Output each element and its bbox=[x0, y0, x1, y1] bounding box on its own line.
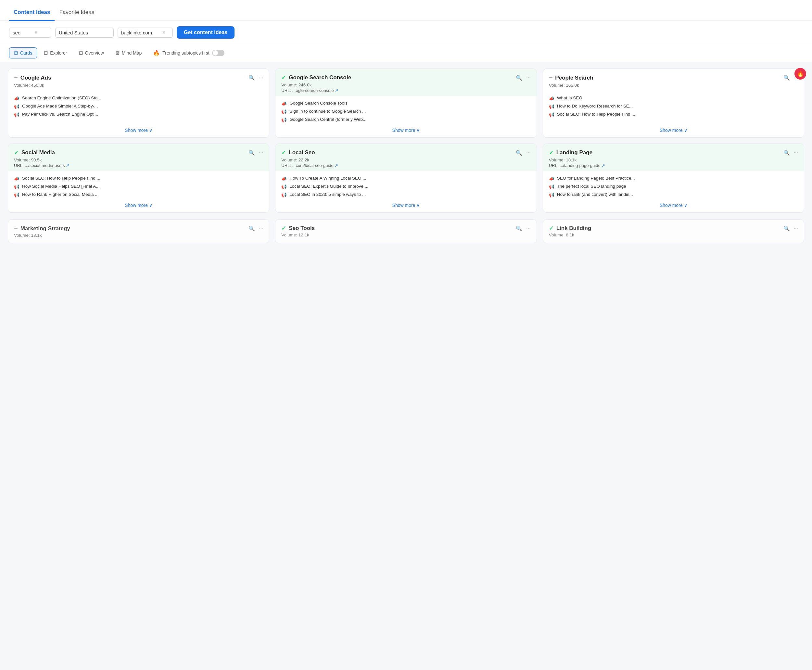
card-item-text: Local SEO: Expert's Guide to Improve ... bbox=[289, 184, 368, 189]
bottom-cards-grid: − Marketing Strategy 🔍 ··· Volume: 18.1k… bbox=[0, 219, 812, 250]
megaphone-blue-icon: 📢 bbox=[549, 104, 555, 109]
card-body-social-media: 📣 Social SEO: How to Help People Find ..… bbox=[8, 171, 269, 200]
tab-content-ideas[interactable]: Content Ideas bbox=[9, 6, 54, 21]
card-item-text: SEO for Landing Pages: Best Practice... bbox=[557, 176, 635, 181]
card-partial-link-building: ✓ Link Building 🔍 ··· Volume: 8.1k bbox=[543, 219, 804, 243]
country-select[interactable]: United States United Kingdom Canada bbox=[59, 30, 110, 36]
country-select-wrap[interactable]: United States United Kingdom Canada bbox=[55, 28, 114, 38]
card-people-search: − People Search 🔍 ··· Volume: 165.0k 📣 W… bbox=[543, 69, 804, 138]
card-body-local-seo: 📣 How To Create A Winning Local SEO ... … bbox=[276, 171, 536, 200]
card-header-row: ✓ Google Search Console 🔍 ··· bbox=[281, 74, 530, 81]
megaphone-blue-icon: 📢 bbox=[281, 184, 287, 189]
list-item: 📣 Search Engine Optimization (SEO) Sta..… bbox=[14, 95, 263, 101]
card-title: Marketing Strategy bbox=[20, 225, 70, 232]
card-more-icon[interactable]: ··· bbox=[259, 226, 263, 232]
card-partial-header-row: ✓ Seo Tools 🔍 ··· bbox=[281, 225, 530, 232]
card-more-icon[interactable]: ··· bbox=[259, 75, 263, 81]
card-title: Seo Tools bbox=[289, 225, 315, 232]
card-title-wrap: − Google Ads bbox=[14, 74, 51, 81]
cards-grid: − Google Ads 🔍 ··· Volume: 450.0k 📣 Sear… bbox=[0, 62, 812, 219]
tab-overview-label: Overview bbox=[85, 50, 104, 56]
card-search-icon[interactable]: 🔍 bbox=[783, 225, 790, 232]
card-search-icon[interactable]: 🔍 bbox=[783, 150, 790, 156]
card-header-google-search-console: ✓ Google Search Console 🔍 ··· Volume: 24… bbox=[276, 69, 536, 96]
card-url-link[interactable]: ↗ bbox=[335, 88, 338, 93]
list-item: 📣 Google Search Console Tools bbox=[281, 101, 530, 106]
show-more-button[interactable]: Show more ∨ bbox=[392, 128, 420, 133]
card-title: Local Seo bbox=[289, 149, 315, 156]
card-footer-local-seo: Show more ∨ bbox=[276, 200, 536, 212]
list-item: 📢 Sign in to continue to Google Search .… bbox=[281, 109, 530, 114]
show-more-button[interactable]: Show more ∨ bbox=[125, 128, 152, 133]
card-landing-page: ✓ Landing Page 🔍 ··· Volume: 18.1k URL: … bbox=[543, 144, 804, 213]
list-item: 📢 How to rank (and convert) with landin.… bbox=[549, 192, 798, 198]
card-header-row: − People Search 🔍 ··· bbox=[549, 74, 798, 81]
list-item: 📣 How To Create A Winning Local SEO ... bbox=[281, 176, 530, 181]
card-search-icon[interactable]: 🔍 bbox=[516, 225, 522, 232]
card-item-text: Google Ads Made Simple: A Step-by-... bbox=[22, 103, 98, 108]
get-ideas-button[interactable]: Get content ideas bbox=[177, 26, 235, 39]
show-more-button[interactable]: Show more ∨ bbox=[660, 128, 687, 133]
card-body-people-search: 📣 What Is SEO 📢 How to Do Keyword Resear… bbox=[543, 91, 804, 124]
megaphone-blue-icon: 📢 bbox=[281, 109, 287, 114]
card-url-link[interactable]: ↗ bbox=[335, 163, 338, 168]
card-social-media: ✓ Social Media 🔍 ··· Volume: 90.5k URL: … bbox=[8, 144, 269, 213]
card-search-icon[interactable]: 🔍 bbox=[249, 150, 255, 156]
card-title-wrap: − People Search bbox=[549, 74, 594, 81]
card-search-icon[interactable]: 🔍 bbox=[783, 75, 790, 81]
card-item-text: The perfect local SEO landing page bbox=[557, 184, 626, 189]
card-body-google-search-console: 📣 Google Search Console Tools 📢 Sign in … bbox=[276, 96, 536, 124]
card-more-icon[interactable]: ··· bbox=[526, 75, 530, 81]
card-search-icon[interactable]: 🔍 bbox=[516, 150, 522, 156]
card-check-icon: ✓ bbox=[14, 149, 19, 156]
card-check-icon: ✓ bbox=[281, 225, 286, 232]
card-header-people-search: − People Search 🔍 ··· Volume: 165.0k bbox=[543, 69, 804, 91]
card-more-icon[interactable]: ··· bbox=[794, 150, 798, 156]
card-dash-icon: − bbox=[549, 74, 553, 81]
tab-explorer[interactable]: ⊟ Explorer bbox=[39, 47, 72, 58]
search-clear-icon[interactable]: ✕ bbox=[34, 30, 38, 35]
card-item-text: How to rank (and convert) with landin... bbox=[557, 192, 633, 197]
card-search-icon[interactable]: 🔍 bbox=[249, 225, 255, 232]
tab-overview[interactable]: ⊡ Overview bbox=[74, 47, 109, 58]
card-header-row: ✓ Landing Page 🔍 ··· bbox=[549, 149, 798, 156]
megaphone-blue-icon: 📢 bbox=[549, 184, 555, 189]
card-footer-google-ads: Show more ∨ bbox=[8, 124, 269, 137]
trending-toggle[interactable] bbox=[212, 50, 225, 56]
card-volume: Volume: 12.1k bbox=[281, 233, 530, 237]
tab-mind-map[interactable]: ⊠ Mind Map bbox=[111, 47, 147, 58]
explorer-icon: ⊟ bbox=[44, 50, 48, 56]
show-more-label: Show more bbox=[660, 128, 683, 133]
show-more-button[interactable]: Show more ∨ bbox=[392, 203, 420, 208]
card-search-icon[interactable]: 🔍 bbox=[516, 75, 522, 81]
card-more-icon[interactable]: ··· bbox=[794, 225, 798, 231]
card-title-wrap: ✓ Google Search Console bbox=[281, 74, 351, 81]
card-url-link[interactable]: ↗ bbox=[602, 163, 605, 168]
domain-clear-icon[interactable]: ✕ bbox=[162, 30, 166, 35]
tab-favorite-ideas[interactable]: Favorite Ideas bbox=[54, 6, 99, 21]
card-item-text: How to Do Keyword Research for SE... bbox=[557, 103, 633, 108]
card-volume: Volume: 450.0k bbox=[14, 83, 263, 88]
tab-cards[interactable]: ⊞ Cards bbox=[9, 47, 37, 58]
list-item: 📢 How Social Media Helps SEO [Final A... bbox=[14, 184, 263, 189]
search-input[interactable] bbox=[13, 30, 32, 36]
card-search-icon[interactable]: 🔍 bbox=[249, 75, 255, 81]
card-title: Social Media bbox=[22, 149, 55, 156]
domain-input[interactable] bbox=[121, 30, 160, 36]
list-item: 📢 The perfect local SEO landing page bbox=[549, 184, 798, 189]
card-actions: 🔍 ··· bbox=[783, 150, 798, 156]
card-google-ads: − Google Ads 🔍 ··· Volume: 450.0k 📣 Sear… bbox=[8, 69, 269, 138]
list-item: 📣 Social SEO: How to Help People Find ..… bbox=[14, 176, 263, 181]
megaphone-blue-icon: 📢 bbox=[281, 117, 287, 122]
show-more-button[interactable]: Show more ∨ bbox=[660, 203, 687, 208]
card-more-icon[interactable]: ··· bbox=[259, 150, 263, 156]
app-container: Content Ideas Favorite Ideas ✕ United St… bbox=[0, 0, 812, 670]
card-url-link[interactable]: ↗ bbox=[66, 163, 69, 168]
chevron-down-icon: ∨ bbox=[684, 203, 687, 208]
card-more-icon[interactable]: ··· bbox=[526, 225, 530, 231]
card-title: Landing Page bbox=[557, 149, 592, 156]
card-more-icon[interactable]: ··· bbox=[526, 150, 530, 156]
show-more-button[interactable]: Show more ∨ bbox=[125, 203, 152, 208]
tab-cards-label: Cards bbox=[20, 50, 32, 56]
show-more-label: Show more bbox=[392, 128, 415, 133]
